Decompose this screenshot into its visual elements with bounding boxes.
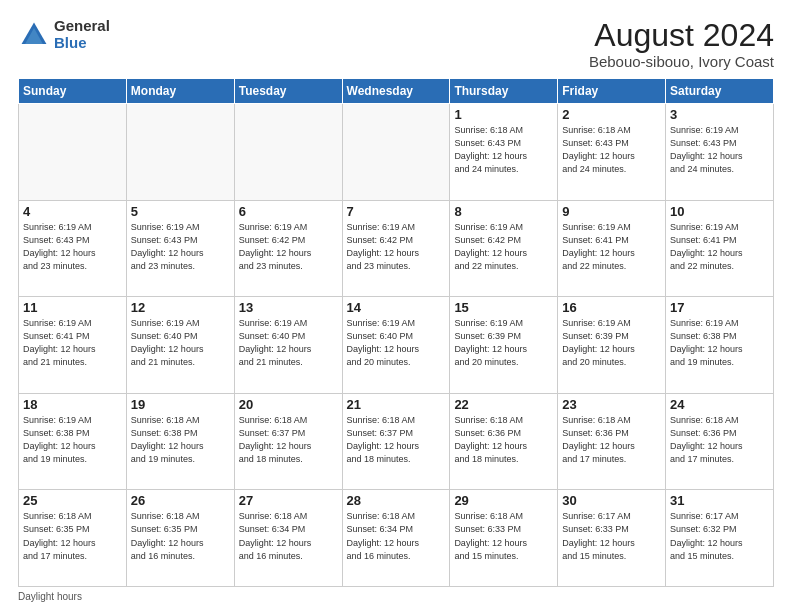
day-number: 7 xyxy=(347,204,446,219)
day-info: Sunrise: 6:18 AM Sunset: 6:36 PM Dayligh… xyxy=(562,414,661,466)
day-number: 2 xyxy=(562,107,661,122)
day-info: Sunrise: 6:19 AM Sunset: 6:40 PM Dayligh… xyxy=(347,317,446,369)
day-number: 8 xyxy=(454,204,553,219)
day-info: Sunrise: 6:18 AM Sunset: 6:37 PM Dayligh… xyxy=(347,414,446,466)
logo-blue: Blue xyxy=(54,34,87,51)
calendar-cell: 18Sunrise: 6:19 AM Sunset: 6:38 PM Dayli… xyxy=(19,393,127,490)
calendar-cell xyxy=(234,104,342,201)
day-info: Sunrise: 6:18 AM Sunset: 6:36 PM Dayligh… xyxy=(670,414,769,466)
calendar-cell: 8Sunrise: 6:19 AM Sunset: 6:42 PM Daylig… xyxy=(450,200,558,297)
logo-text: General Blue xyxy=(54,18,110,51)
calendar-week-row: 25Sunrise: 6:18 AM Sunset: 6:35 PM Dayli… xyxy=(19,490,774,587)
calendar-week-row: 18Sunrise: 6:19 AM Sunset: 6:38 PM Dayli… xyxy=(19,393,774,490)
day-info: Sunrise: 6:17 AM Sunset: 6:33 PM Dayligh… xyxy=(562,510,661,562)
calendar-cell: 17Sunrise: 6:19 AM Sunset: 6:38 PM Dayli… xyxy=(666,297,774,394)
day-number: 22 xyxy=(454,397,553,412)
day-number: 14 xyxy=(347,300,446,315)
calendar-cell: 7Sunrise: 6:19 AM Sunset: 6:42 PM Daylig… xyxy=(342,200,450,297)
day-info: Sunrise: 6:19 AM Sunset: 6:42 PM Dayligh… xyxy=(347,221,446,273)
day-number: 30 xyxy=(562,493,661,508)
calendar-cell xyxy=(342,104,450,201)
calendar-cell xyxy=(19,104,127,201)
calendar-cell: 24Sunrise: 6:18 AM Sunset: 6:36 PM Dayli… xyxy=(666,393,774,490)
day-info: Sunrise: 6:19 AM Sunset: 6:39 PM Dayligh… xyxy=(562,317,661,369)
weekday-header: Tuesday xyxy=(234,79,342,104)
weekday-header: Sunday xyxy=(19,79,127,104)
day-info: Sunrise: 6:18 AM Sunset: 6:34 PM Dayligh… xyxy=(347,510,446,562)
day-number: 12 xyxy=(131,300,230,315)
calendar-cell: 21Sunrise: 6:18 AM Sunset: 6:37 PM Dayli… xyxy=(342,393,450,490)
day-info: Sunrise: 6:17 AM Sunset: 6:32 PM Dayligh… xyxy=(670,510,769,562)
day-number: 10 xyxy=(670,204,769,219)
logo: General Blue xyxy=(18,18,110,51)
day-number: 11 xyxy=(23,300,122,315)
day-number: 4 xyxy=(23,204,122,219)
calendar-cell: 9Sunrise: 6:19 AM Sunset: 6:41 PM Daylig… xyxy=(558,200,666,297)
day-number: 1 xyxy=(454,107,553,122)
calendar-cell: 12Sunrise: 6:19 AM Sunset: 6:40 PM Dayli… xyxy=(126,297,234,394)
day-info: Sunrise: 6:19 AM Sunset: 6:43 PM Dayligh… xyxy=(23,221,122,273)
header: General Blue August 2024 Bebouo-sibouo, … xyxy=(18,18,774,70)
calendar: SundayMondayTuesdayWednesdayThursdayFrid… xyxy=(18,78,774,587)
day-number: 15 xyxy=(454,300,553,315)
weekday-header: Wednesday xyxy=(342,79,450,104)
day-info: Sunrise: 6:19 AM Sunset: 6:40 PM Dayligh… xyxy=(239,317,338,369)
day-info: Sunrise: 6:19 AM Sunset: 6:40 PM Dayligh… xyxy=(131,317,230,369)
day-info: Sunrise: 6:19 AM Sunset: 6:43 PM Dayligh… xyxy=(670,124,769,176)
calendar-cell xyxy=(126,104,234,201)
day-number: 23 xyxy=(562,397,661,412)
calendar-cell: 26Sunrise: 6:18 AM Sunset: 6:35 PM Dayli… xyxy=(126,490,234,587)
calendar-week-row: 11Sunrise: 6:19 AM Sunset: 6:41 PM Dayli… xyxy=(19,297,774,394)
day-info: Sunrise: 6:19 AM Sunset: 6:41 PM Dayligh… xyxy=(670,221,769,273)
calendar-cell: 11Sunrise: 6:19 AM Sunset: 6:41 PM Dayli… xyxy=(19,297,127,394)
day-number: 19 xyxy=(131,397,230,412)
day-info: Sunrise: 6:18 AM Sunset: 6:34 PM Dayligh… xyxy=(239,510,338,562)
calendar-cell: 6Sunrise: 6:19 AM Sunset: 6:42 PM Daylig… xyxy=(234,200,342,297)
day-number: 27 xyxy=(239,493,338,508)
day-info: Sunrise: 6:18 AM Sunset: 6:36 PM Dayligh… xyxy=(454,414,553,466)
day-info: Sunrise: 6:19 AM Sunset: 6:42 PM Dayligh… xyxy=(454,221,553,273)
calendar-cell: 13Sunrise: 6:19 AM Sunset: 6:40 PM Dayli… xyxy=(234,297,342,394)
day-info: Sunrise: 6:19 AM Sunset: 6:41 PM Dayligh… xyxy=(23,317,122,369)
calendar-cell: 28Sunrise: 6:18 AM Sunset: 6:34 PM Dayli… xyxy=(342,490,450,587)
day-info: Sunrise: 6:19 AM Sunset: 6:43 PM Dayligh… xyxy=(131,221,230,273)
calendar-cell: 16Sunrise: 6:19 AM Sunset: 6:39 PM Dayli… xyxy=(558,297,666,394)
day-info: Sunrise: 6:19 AM Sunset: 6:38 PM Dayligh… xyxy=(23,414,122,466)
day-info: Sunrise: 6:19 AM Sunset: 6:41 PM Dayligh… xyxy=(562,221,661,273)
subtitle: Bebouo-sibouo, Ivory Coast xyxy=(589,53,774,70)
calendar-header-row: SundayMondayTuesdayWednesdayThursdayFrid… xyxy=(19,79,774,104)
weekday-header: Monday xyxy=(126,79,234,104)
day-number: 26 xyxy=(131,493,230,508)
day-info: Sunrise: 6:18 AM Sunset: 6:35 PM Dayligh… xyxy=(23,510,122,562)
calendar-cell: 15Sunrise: 6:19 AM Sunset: 6:39 PM Dayli… xyxy=(450,297,558,394)
calendar-cell: 20Sunrise: 6:18 AM Sunset: 6:37 PM Dayli… xyxy=(234,393,342,490)
logo-general: General xyxy=(54,17,110,34)
calendar-cell: 14Sunrise: 6:19 AM Sunset: 6:40 PM Dayli… xyxy=(342,297,450,394)
day-info: Sunrise: 6:19 AM Sunset: 6:38 PM Dayligh… xyxy=(670,317,769,369)
calendar-cell: 25Sunrise: 6:18 AM Sunset: 6:35 PM Dayli… xyxy=(19,490,127,587)
weekday-header: Friday xyxy=(558,79,666,104)
weekday-header: Saturday xyxy=(666,79,774,104)
calendar-cell: 3Sunrise: 6:19 AM Sunset: 6:43 PM Daylig… xyxy=(666,104,774,201)
day-info: Sunrise: 6:18 AM Sunset: 6:38 PM Dayligh… xyxy=(131,414,230,466)
day-info: Sunrise: 6:19 AM Sunset: 6:39 PM Dayligh… xyxy=(454,317,553,369)
calendar-cell: 31Sunrise: 6:17 AM Sunset: 6:32 PM Dayli… xyxy=(666,490,774,587)
day-info: Sunrise: 6:18 AM Sunset: 6:35 PM Dayligh… xyxy=(131,510,230,562)
title-block: August 2024 Bebouo-sibouo, Ivory Coast xyxy=(589,18,774,70)
day-info: Sunrise: 6:19 AM Sunset: 6:42 PM Dayligh… xyxy=(239,221,338,273)
calendar-cell: 4Sunrise: 6:19 AM Sunset: 6:43 PM Daylig… xyxy=(19,200,127,297)
day-info: Sunrise: 6:18 AM Sunset: 6:43 PM Dayligh… xyxy=(454,124,553,176)
day-info: Sunrise: 6:18 AM Sunset: 6:43 PM Dayligh… xyxy=(562,124,661,176)
day-number: 28 xyxy=(347,493,446,508)
logo-icon xyxy=(18,19,50,51)
day-info: Sunrise: 6:18 AM Sunset: 6:37 PM Dayligh… xyxy=(239,414,338,466)
day-number: 17 xyxy=(670,300,769,315)
calendar-cell: 5Sunrise: 6:19 AM Sunset: 6:43 PM Daylig… xyxy=(126,200,234,297)
day-number: 16 xyxy=(562,300,661,315)
main-title: August 2024 xyxy=(589,18,774,53)
day-number: 29 xyxy=(454,493,553,508)
calendar-cell: 30Sunrise: 6:17 AM Sunset: 6:33 PM Dayli… xyxy=(558,490,666,587)
day-number: 18 xyxy=(23,397,122,412)
calendar-cell: 22Sunrise: 6:18 AM Sunset: 6:36 PM Dayli… xyxy=(450,393,558,490)
day-number: 9 xyxy=(562,204,661,219)
